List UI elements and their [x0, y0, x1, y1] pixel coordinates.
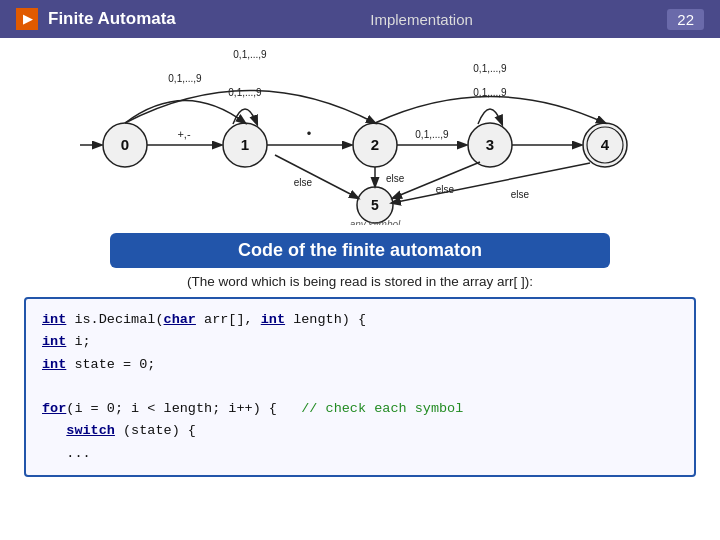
header-section: Implementation	[370, 11, 473, 28]
svg-text:4: 4	[601, 136, 610, 153]
svg-text:0,1,...,9: 0,1,...,9	[168, 73, 202, 84]
code-banner-text: Code of the finite automaton	[238, 240, 482, 260]
keyword-char: char	[164, 312, 196, 327]
header-left: ▶ Finite Automata	[16, 8, 176, 30]
subtitle: (The word which is being read is stored …	[24, 274, 696, 289]
header-title: Finite Automata	[48, 9, 176, 29]
svg-text:any symbol: any symbol	[350, 219, 401, 225]
svg-text:•: •	[307, 126, 312, 141]
code-line-switch: switch (state) {	[42, 420, 678, 442]
code-box: int is.Decimal(char arr[], int length) {…	[24, 297, 696, 477]
keyword-switch: switch	[66, 423, 115, 438]
comment-check: // check each symbol	[301, 401, 463, 416]
keyword-for: for	[42, 401, 66, 416]
svg-text:0,1,...,9: 0,1,...,9	[473, 63, 507, 74]
header-icon: ▶	[16, 8, 38, 30]
code-line-dot: ...	[42, 443, 678, 465]
svg-line-26	[275, 155, 358, 198]
automaton-diagram: 0 1 2 3 4 5 +,- 0,1,...,9	[70, 50, 650, 225]
keyword-int-1: int	[42, 312, 66, 327]
header: ▶ Finite Automata Implementation 22	[0, 0, 720, 38]
code-line-3: int state = 0;	[42, 354, 678, 376]
svg-text:+,-: +,-	[177, 128, 190, 140]
code-line-blank	[42, 376, 678, 398]
svg-line-32	[392, 163, 590, 203]
svg-text:0,1,...,9: 0,1,...,9	[233, 50, 267, 60]
keyword-int-4: int	[42, 357, 66, 372]
svg-text:0,1,...,9: 0,1,...,9	[228, 87, 262, 98]
code-line-for: for(i = 0; i < length; i++) { // check e…	[42, 398, 678, 420]
svg-text:5: 5	[371, 197, 379, 213]
svg-text:0,1,...,9: 0,1,...,9	[415, 129, 449, 140]
keyword-int-3: int	[42, 334, 66, 349]
svg-text:1: 1	[241, 136, 249, 153]
svg-text:0: 0	[121, 136, 129, 153]
code-line-1: int is.Decimal(char arr[], int length) {	[42, 309, 678, 331]
keyword-int-2: int	[261, 312, 285, 327]
main-content: 0 1 2 3 4 5 +,- 0,1,...,9	[0, 38, 720, 487]
code-banner: Code of the finite automaton	[110, 233, 610, 268]
diagram-area: 0 1 2 3 4 5 +,- 0,1,...,9	[24, 50, 696, 225]
slide-number: 22	[667, 9, 704, 30]
code-line-2: int i;	[42, 331, 678, 353]
svg-text:else: else	[294, 177, 313, 188]
svg-text:else: else	[511, 189, 530, 200]
svg-text:else: else	[386, 173, 405, 184]
svg-text:2: 2	[371, 136, 379, 153]
svg-text:3: 3	[486, 136, 494, 153]
